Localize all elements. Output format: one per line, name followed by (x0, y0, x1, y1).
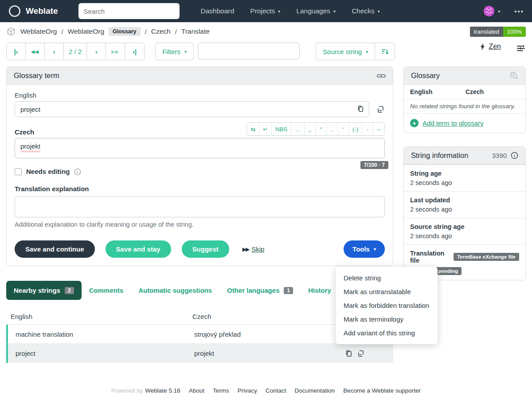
browse-glossary-icon[interactable] (510, 72, 518, 80)
tab-nearby-strings[interactable]: Nearby strings 2 (6, 281, 82, 300)
weblate-logo[interactable]: Weblate (8, 4, 58, 18)
string-info-title: String information (411, 151, 468, 160)
breadcrumb-component[interactable]: WeblateOrg (68, 28, 104, 35)
insert-dash-button[interactable]: – (373, 123, 384, 135)
menu-item-mark-forbidden[interactable]: Mark as forbidden translation (336, 299, 438, 312)
insert-ellipsis-button[interactable]: … (291, 123, 305, 135)
insert-left-quote-button[interactable]: “ (316, 123, 327, 135)
page-footer: Powered by Weblate 5.16 About Terms Priv… (0, 387, 532, 394)
tab-automatic-suggestions[interactable]: Automatic suggestions (131, 281, 219, 300)
suggest-button[interactable]: Suggest (182, 240, 229, 258)
menu-item-add-variant[interactable]: Add variant of this string (336, 326, 438, 340)
clone-to-translation-icon[interactable] (376, 105, 385, 114)
breadcrumb-translate[interactable]: Translate (181, 28, 210, 35)
sort-field-dropdown[interactable]: Source string ▾ (316, 43, 375, 60)
editor-actions: Save and continue Save and stay Suggest … (15, 240, 385, 258)
breadcrumb: WeblateOrg / WeblateOrg Glossary / Czech… (0, 22, 532, 41)
glossary-col-target: Czech (466, 88, 484, 95)
nav-dashboard[interactable]: Dashboard (193, 7, 243, 15)
breadcrumb-language[interactable]: Czech (151, 28, 171, 35)
footer-supporter-link[interactable]: Become a Weblate supporter (343, 387, 421, 394)
footer-terms-link[interactable]: Terms (213, 387, 229, 394)
rewind-button[interactable]: ◀◀ (26, 43, 45, 60)
glossary-panel-title: Glossary (411, 71, 440, 80)
footer-contact-link[interactable]: Contact (266, 387, 286, 394)
chevron-down-icon: ▾ (498, 9, 500, 14)
insert-low-quote-button[interactable]: „ (305, 123, 316, 135)
add-term-link[interactable]: + Add term to glossary (404, 114, 525, 133)
chevron-down-icon: ▾ (333, 9, 336, 14)
info-icon[interactable] (74, 168, 81, 175)
tools-dropdown-menu: Delete string Mark as untranslatable Mar… (336, 267, 438, 344)
footer-about-link[interactable]: About (189, 387, 204, 394)
menu-item-mark-terminology[interactable]: Mark as terminology (336, 312, 438, 326)
footer-documentation-link[interactable]: Documentation (295, 387, 335, 394)
explanation-label: Translation explanation (15, 185, 385, 193)
filters-dropdown[interactable]: Filters ▾ (155, 43, 194, 60)
zen-mode-link[interactable]: Zen (480, 43, 501, 51)
table-row[interactable]: project projekt (6, 344, 393, 363)
skip-link[interactable]: ▶▶ Skip (243, 245, 265, 253)
string-information-panel: String information 3390 String age 2 sec… (403, 146, 526, 280)
fast-forward-button[interactable]: ▶▶ (106, 43, 125, 60)
pending-badge: pending (435, 267, 462, 275)
tab-comments[interactable]: Comments (82, 281, 131, 300)
string-age-row: String age 2 seconds ago (404, 165, 525, 191)
overflow-menu[interactable]: ••• (514, 8, 524, 15)
permalink-icon[interactable] (377, 73, 386, 79)
nav-checks[interactable]: Checks▾ (344, 7, 388, 15)
weblate-version-link[interactable]: Weblate 5.16 (145, 387, 180, 394)
copy-icon[interactable] (357, 105, 364, 113)
insert-single-quote-button[interactable]: ‘ (338, 123, 349, 135)
status-percent: 100% (503, 27, 526, 37)
settings-sliders-icon[interactable] (516, 44, 526, 53)
navbar-search-input[interactable] (78, 3, 180, 19)
tab-other-languages[interactable]: Other languages 1 (219, 281, 301, 300)
menu-item-delete-string[interactable]: Delete string (336, 271, 438, 285)
nav-projects[interactable]: Projects▾ (242, 7, 288, 15)
insert-tab-button[interactable]: ⇆ (247, 123, 259, 135)
last-updated-row: Last updated 2 seconds ago (404, 191, 525, 218)
count-badge: 1 (284, 287, 293, 294)
nav-languages[interactable]: Languages▾ (288, 7, 344, 15)
footer-privacy-link[interactable]: Privacy (238, 387, 257, 394)
copy-icon[interactable] (345, 350, 353, 358)
weblate-logo-icon (8, 4, 21, 18)
insert-single-low-quote-button[interactable]: ‚ (327, 123, 338, 135)
tools-dropdown-button[interactable]: Tools ▾ (344, 240, 385, 258)
insert-newline-button[interactable]: ↵ (259, 123, 272, 135)
explanation-textarea[interactable] (15, 196, 385, 217)
prev-page-button[interactable]: ‹ (45, 43, 64, 60)
user-menu[interactable]: ▾ (484, 6, 500, 16)
glossary-columns: English Czech (404, 85, 525, 99)
sort-direction-button[interactable] (375, 43, 395, 60)
glossary-panel-header: Glossary (404, 67, 525, 85)
needs-editing-label: Needs editing (26, 168, 70, 175)
insert-nbsp-button[interactable]: NBS (272, 123, 291, 135)
needs-editing-checkbox[interactable] (15, 168, 22, 175)
insert-soft-hyphen-button[interactable]: (-) (349, 123, 362, 135)
chevron-down-icon: ▾ (378, 9, 380, 14)
info-icon[interactable] (511, 152, 518, 159)
clone-to-translation-icon[interactable] (357, 350, 365, 358)
chevron-down-icon: ▾ (184, 49, 187, 54)
translation-textarea[interactable]: projekt (15, 138, 385, 158)
target-language-row: Czech ⇆ ↵ NBS … „ “ ‚ ‘ (-) - – (15, 122, 385, 136)
count-badge: 2 (65, 287, 74, 294)
save-continue-button[interactable]: Save and continue (15, 240, 95, 258)
tab-history[interactable]: History (301, 281, 339, 300)
glossary-term-panel: Glossary term English project (6, 67, 393, 266)
menu-item-mark-untranslatable[interactable]: Mark as untranslatable (336, 285, 438, 299)
breadcrumb-project[interactable]: WeblateOrg (20, 28, 57, 35)
first-page-button[interactable]: |‹ (7, 43, 26, 60)
source-string-field: project (15, 101, 369, 117)
string-info-header: String information 3390 (404, 147, 525, 165)
position-search-input[interactable] (198, 43, 300, 59)
save-stay-button[interactable]: Save and stay (106, 240, 171, 258)
breadcrumb-separator: / (145, 28, 147, 35)
powered-by-text: Powered by (111, 387, 143, 394)
source-string-value: project (20, 106, 40, 113)
next-page-button[interactable]: › (87, 43, 106, 60)
last-page-button[interactable]: ›| (125, 43, 144, 60)
insert-hyphen-button[interactable]: - (362, 123, 373, 135)
